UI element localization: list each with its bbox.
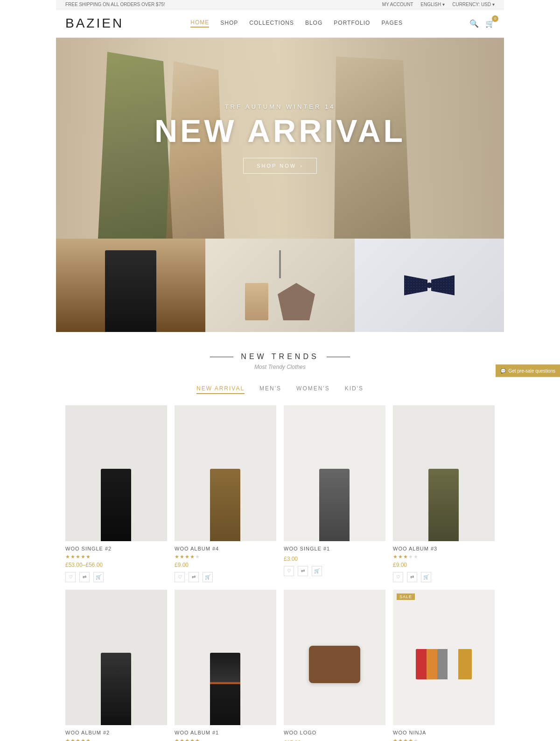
category-panel-accessories[interactable] [205, 239, 355, 332]
hanger-display [245, 283, 315, 320]
product-name-2: WOO ALBUM #4 [175, 546, 276, 551]
tab-womens[interactable]: WOMEN'S [296, 385, 330, 394]
nav-collections[interactable]: COLLECTIONS [249, 20, 294, 27]
logo[interactable]: BAZIEN [65, 16, 124, 31]
figure-3 [294, 419, 375, 541]
product-card-2[interactable]: WOO ALBUM #4 ★ ★ ★ ★ ★ £9.00 ♡ ⇄ 🛒 [175, 405, 276, 582]
header: BAZIEN HOME SHOP COLLECTIONS BLOG PORTFO… [56, 9, 504, 38]
panel-figure-bowtie [355, 239, 504, 332]
panel-figure-accessories [205, 239, 355, 332]
product-name-1: WOO SINGLE #2 [65, 546, 167, 551]
nav-portfolio[interactable]: PORTFOLIO [334, 20, 370, 27]
product-actions-4: ♡ ⇄ 🛒 [393, 572, 495, 582]
bear-head-decoration [278, 283, 315, 320]
header-icons: 🔍 🛒 0 [469, 19, 495, 28]
search-icon[interactable]: 🔍 [469, 19, 479, 28]
tab-mens[interactable]: MEN'S [259, 385, 281, 394]
currency-selector[interactable]: CURRENCY: USD ▾ [452, 2, 495, 7]
product-price-2: £9.00 [175, 562, 276, 568]
star-5-2: ★ [70, 738, 75, 741]
stars-4: ★ ★ ★ ★ ★ [393, 554, 495, 560]
cart-add-icon-1[interactable]: 🛒 [93, 572, 104, 582]
nav-home[interactable]: HOME [190, 19, 209, 28]
product-actions-3: ♡ ⇄ 🛒 [284, 566, 385, 576]
product-card-6[interactable]: WOO ALBUM #1 ★ ★ ★ ★ ★ £9.00 ♡ ⇄ 🛒 [175, 590, 276, 741]
product-card-4[interactable]: WOO ALBUM #3 ★ ★ ★ ★ ★ £9.00 ♡ ⇄ 🛒 [393, 405, 495, 582]
stars-8: ★ ★ ★ ★ ★ [393, 738, 495, 741]
product-card-1[interactable]: WOO SINGLE #2 ★ ★ ★ ★ ★ £53.00–£56.00 ♡ … [65, 405, 167, 582]
figure-8 [403, 603, 484, 726]
figure-7 [294, 603, 375, 726]
product-name-5: WOO ALBUM #2 [65, 730, 167, 735]
stars-6: ★ ★ ★ ★ ★ [175, 738, 276, 741]
top-bar: FREE SHIPPING ON ALL ORDERS OVER $75! MY… [56, 0, 504, 9]
star-5-3: ★ [76, 738, 80, 741]
product-card-3[interactable]: WOO SINGLE #1 £3.00 ♡ ⇄ 🛒 [284, 405, 385, 582]
compare-icon-3[interactable]: ⇄ [298, 566, 308, 576]
star-5-4: ★ [81, 738, 85, 741]
product-name-8: WOO NINJA [393, 730, 495, 735]
product-name-6: WOO ALBUM #1 [175, 730, 276, 735]
product-card-5[interactable]: WOO ALBUM #2 ★ ★ ★ ★ ★ £9.00 ♡ ⇄ 🛒 [65, 590, 167, 741]
product-card-7[interactable]: WOO LOGO £15.00 ♡ ⇄ 🛒 [284, 590, 385, 741]
product-card-8[interactable]: SALE WOO NINJA ★ ★ ★ ★ ★ £12.00 ♡ ⇄ 🛒 [393, 590, 495, 741]
wishlist-icon-3[interactable]: ♡ [284, 566, 294, 576]
wishlist-icon-1[interactable]: ♡ [65, 572, 76, 582]
sale-badge-8: SALE [397, 593, 415, 600]
cart-add-icon-4[interactable]: 🛒 [421, 572, 431, 582]
product-name-4: WOO ALBUM #3 [393, 546, 495, 551]
language-selector[interactable]: ENGLISH ▾ [420, 2, 445, 7]
shop-now-button[interactable]: SHOP NOW › [243, 158, 317, 174]
star-8-3: ★ [403, 738, 408, 741]
tab-new-arrival[interactable]: NEW ARRIVAL [196, 385, 245, 394]
cart-badge: 0 [492, 15, 498, 22]
nav-pages[interactable]: PAGES [381, 20, 402, 27]
women-figure [56, 239, 205, 332]
presale-button[interactable]: 💬 Get pre-sale questions [496, 364, 504, 377]
stars-5: ★ ★ ★ ★ ★ [65, 738, 167, 741]
star-8-2: ★ [398, 738, 403, 741]
star-8-1: ★ [393, 738, 398, 741]
cart-icon[interactable]: 🛒 0 [485, 19, 495, 28]
nav-shop[interactable]: SHOP [220, 20, 238, 27]
category-panel-bowtie[interactable] [355, 239, 504, 332]
stars-2: ★ ★ ★ ★ ★ [175, 554, 276, 560]
star-1-4: ★ [81, 554, 85, 560]
product-actions-1: ♡ ⇄ 🛒 [65, 572, 167, 582]
pants-figure [245, 283, 268, 320]
nav-blog[interactable]: BLOG [305, 20, 322, 27]
compare-icon-2[interactable]: ⇄ [189, 572, 199, 582]
product-price-1: £53.00–£56.00 [65, 562, 167, 568]
fabric-silhouette [416, 649, 472, 679]
top-bar-right: MY ACCOUNT ENGLISH ▾ CURRENCY: USD ▾ [382, 2, 495, 7]
wishlist-icon-4[interactable]: ♡ [393, 572, 403, 582]
star-1-5: ★ [86, 554, 91, 560]
star-2-1: ★ [175, 554, 179, 560]
star-4-4: ★ [408, 554, 413, 560]
product-silhouette-1 [101, 469, 131, 541]
chat-icon: 💬 [500, 368, 504, 373]
tab-kids[interactable]: KID'S [345, 385, 364, 394]
section-title: NEW TRENDS [65, 353, 495, 361]
my-account-link[interactable]: MY ACCOUNT [382, 2, 413, 7]
category-panel-women[interactable] [56, 239, 205, 332]
compare-icon-4[interactable]: ⇄ [407, 572, 417, 582]
product-price-4: £9.00 [393, 562, 495, 568]
star-2-5: ★ [195, 554, 200, 560]
figure-4 [403, 419, 484, 541]
star-4-2: ★ [398, 554, 403, 560]
hero-banner: TRF AUTUMN WINTER 14 NEW ARRIVAL SHOP NO… [56, 38, 504, 239]
compare-icon-1[interactable]: ⇄ [79, 572, 90, 582]
product-image-5 [65, 590, 167, 726]
coat-figure [105, 250, 156, 332]
cart-add-icon-3[interactable]: 🛒 [312, 566, 322, 576]
product-grid: WOO SINGLE #2 ★ ★ ★ ★ ★ £53.00–£56.00 ♡ … [56, 405, 504, 741]
figure-5 [76, 603, 157, 726]
hero-subtitle: TRF AUTUMN WINTER 14 [154, 103, 406, 110]
star-6-3: ★ [185, 738, 189, 741]
wishlist-icon-2[interactable]: ♡ [175, 572, 185, 582]
stars-1: ★ ★ ★ ★ ★ [65, 554, 167, 560]
cart-add-icon-2[interactable]: 🛒 [203, 572, 213, 582]
star-5-5: ★ [86, 738, 91, 741]
main-nav: HOME SHOP COLLECTIONS BLOG PORTFOLIO PAG… [190, 19, 403, 28]
